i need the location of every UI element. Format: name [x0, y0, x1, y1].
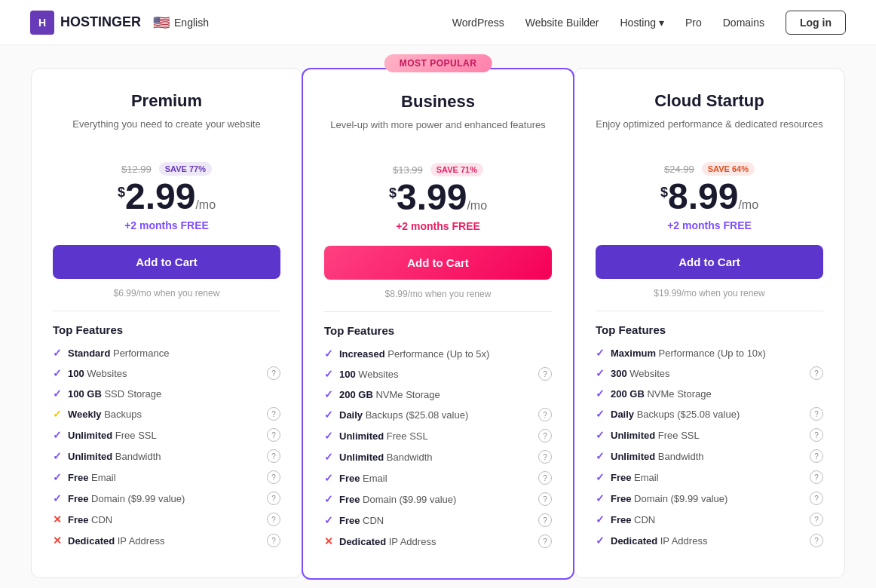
check-icon: ✓ [53, 492, 62, 504]
save-badge: SAVE 64% [702, 162, 755, 176]
nav-right: WordPress Website Builder Hosting ▾ Pro … [452, 11, 846, 35]
feature-left: ✓ Unlimited Free SSL [324, 430, 428, 442]
feature-left: ✓ Daily Backups ($25.08 value) [596, 408, 740, 420]
info-icon[interactable]: ? [538, 471, 552, 485]
info-icon[interactable]: ? [538, 408, 552, 421]
feature-item: ✕ Free CDN ? [53, 513, 280, 526]
login-button[interactable]: Log in [786, 11, 846, 35]
plan-card-premium: Premium Everything you need to create yo… [31, 68, 302, 578]
feature-item: ✓ Free Email ? [324, 471, 552, 485]
nav-left: H HOSTINGER 🇺🇸 English [30, 11, 209, 35]
price-dollar: $ [660, 185, 668, 201]
renew-text: $6.99/mo when you renew [53, 288, 280, 299]
price-amount: 8.99 [668, 176, 738, 216]
check-icon: ✓ [596, 492, 605, 504]
feature-name: Daily Backups ($25.08 value) [339, 409, 468, 421]
feature-left: ✓ Free Email [53, 471, 116, 483]
info-icon[interactable]: ? [810, 513, 823, 526]
nav-website-builder[interactable]: Website Builder [525, 17, 599, 29]
renew-text: $8.99/mo when you renew [324, 289, 552, 299]
check-icon: ✓ [324, 348, 333, 360]
feature-name: Free CDN [68, 514, 112, 525]
info-icon[interactable]: ? [810, 407, 823, 421]
original-price: $13.99 [393, 164, 423, 176]
info-icon[interactable]: ? [810, 492, 823, 505]
info-icon[interactable]: ? [538, 492, 552, 506]
feature-item: ✕ Dedicated IP Address ? [53, 534, 280, 547]
check-icon: ✓ [596, 367, 605, 379]
price-main: $2.99/mo [53, 179, 280, 215]
feature-name: Free CDN [611, 514, 655, 525]
price-period: /mo [467, 199, 487, 212]
feature-item: ✓ Daily Backups ($25.08 value) ? [324, 408, 552, 421]
info-icon[interactable]: ? [267, 407, 280, 421]
feature-item: ✕ Dedicated IP Address ? [324, 534, 552, 548]
feature-left: ✓ Maximum Performance (Up to 10x) [596, 347, 766, 359]
info-icon[interactable]: ? [810, 534, 823, 547]
feature-name: Free Domain ($9.99 value) [68, 493, 185, 504]
feature-name: 100 Websites [68, 368, 127, 379]
feature-name: 200 GB NVMe Storage [339, 389, 440, 400]
price-dollar: $ [389, 185, 397, 201]
feature-name: Dedicated IP Address [68, 535, 164, 547]
cross-icon: ✕ [53, 513, 62, 525]
feature-item: ✓ Unlimited Free SSL ? [324, 429, 552, 443]
feature-left: ✓ Weekly Backups [53, 408, 142, 420]
info-icon[interactable]: ? [267, 492, 280, 505]
check-icon: ✓ [324, 409, 333, 421]
check-icon: ✓ [324, 472, 333, 484]
feature-item: ✓ 200 GB NVMe Storage [596, 387, 823, 400]
price-amount: 2.99 [125, 176, 195, 216]
info-icon[interactable]: ? [267, 513, 280, 526]
plan-desc: Everything you need to create your websi… [53, 117, 280, 147]
language-label: English [174, 17, 209, 29]
info-icon[interactable]: ? [267, 534, 280, 547]
check-icon: ✓ [53, 347, 62, 359]
add-to-cart-button[interactable]: Add to Cart [53, 245, 280, 279]
info-icon[interactable]: ? [810, 428, 823, 442]
info-icon[interactable]: ? [538, 450, 552, 464]
nav-domains[interactable]: Domains [723, 17, 764, 29]
info-icon[interactable]: ? [267, 428, 280, 442]
divider [324, 311, 552, 312]
navbar: H HOSTINGER 🇺🇸 English WordPress Website… [0, 0, 876, 45]
logo[interactable]: H HOSTINGER [30, 11, 141, 35]
info-icon[interactable]: ? [810, 449, 823, 463]
feature-name: Free Email [339, 473, 387, 484]
feature-left: ✓ Free Email [324, 472, 387, 484]
feature-left: ✓ Standard Performance [53, 347, 169, 359]
feature-item: ✓ 100 Websites ? [53, 366, 280, 380]
info-icon[interactable]: ? [538, 429, 552, 443]
feature-item: ✓ Free Domain ($9.99 value) ? [53, 492, 280, 505]
nav-hosting[interactable]: Hosting ▾ [620, 17, 663, 29]
plan-card-cloud-startup: Cloud Startup Enjoy optimized performanc… [574, 68, 845, 578]
feature-item: ✓ Dedicated IP Address ? [596, 534, 823, 547]
cross-icon: ✕ [53, 534, 62, 547]
feature-left: ✕ Dedicated IP Address [324, 535, 436, 547]
info-icon[interactable]: ? [267, 449, 280, 463]
feature-item: ✓ Unlimited Bandwidth ? [324, 450, 552, 464]
feature-name: Unlimited Bandwidth [68, 451, 161, 462]
info-icon[interactable]: ? [538, 513, 552, 527]
feature-left: ✓ 200 GB NVMe Storage [324, 388, 440, 400]
feature-name: 300 Websites [611, 368, 670, 379]
original-price: $24.99 [664, 164, 694, 175]
info-icon[interactable]: ? [538, 534, 552, 548]
add-to-cart-button[interactable]: Add to Cart [596, 245, 823, 279]
feature-name: Unlimited Bandwidth [611, 451, 704, 462]
info-icon[interactable]: ? [538, 367, 552, 381]
nav-wordpress[interactable]: WordPress [452, 17, 504, 29]
check-icon: ✓ [596, 387, 605, 400]
main-content: Premium Everything you need to create yo… [0, 45, 876, 588]
info-icon[interactable]: ? [810, 470, 823, 484]
language-selector[interactable]: 🇺🇸 English [153, 14, 209, 31]
info-icon[interactable]: ? [267, 470, 280, 484]
feature-name: 200 GB NVMe Storage [611, 388, 712, 400]
feature-left: ✓ Free CDN [596, 513, 655, 525]
feature-left: ✕ Dedicated IP Address [53, 534, 164, 547]
nav-pro[interactable]: Pro [685, 17, 702, 29]
info-icon[interactable]: ? [810, 366, 823, 380]
add-to-cart-button[interactable]: Add to Cart [324, 246, 552, 280]
feature-item: ✓ Free Domain ($9.99 value) ? [324, 492, 552, 506]
info-icon[interactable]: ? [267, 366, 280, 380]
